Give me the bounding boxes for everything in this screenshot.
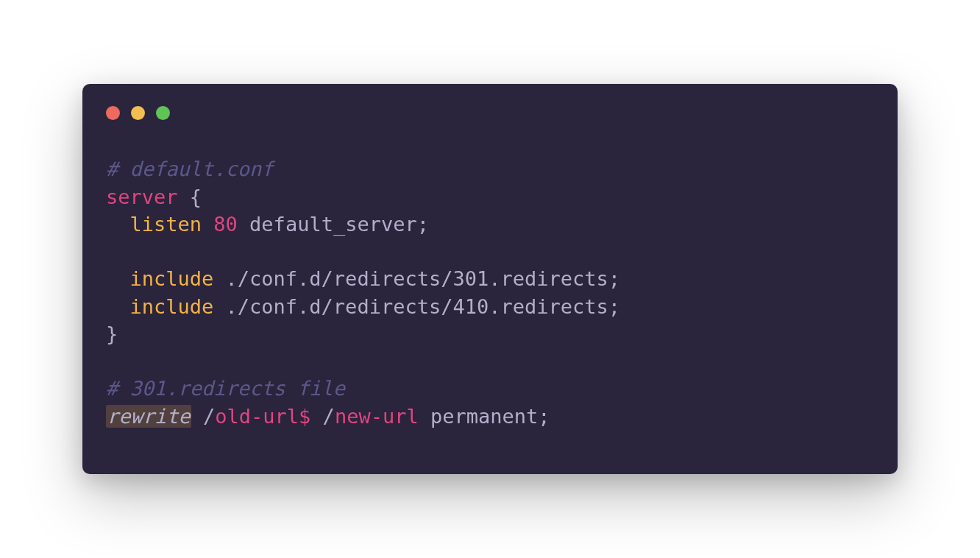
- code-block: # default.conf server { listen 80 defaul…: [106, 155, 874, 430]
- server-keyword: server: [106, 186, 178, 208]
- brace-close: }: [106, 322, 118, 345]
- rewrite-highlight: rewrite: [106, 405, 191, 428]
- minimize-icon[interactable]: [131, 106, 145, 120]
- slash: /: [310, 405, 335, 428]
- indent: [106, 267, 130, 290]
- indent: [106, 295, 130, 318]
- include-directive: include: [130, 267, 214, 290]
- space: [202, 213, 213, 236]
- comment-line: # 301.redirects file: [106, 377, 345, 400]
- default-server: default_server: [249, 213, 417, 236]
- brace-open: {: [178, 186, 202, 208]
- permanent-flag: permanent;: [419, 405, 550, 428]
- window-controls: [106, 106, 874, 120]
- new-url: new-url: [335, 405, 419, 428]
- include-directive: include: [130, 295, 214, 318]
- slash: /: [191, 405, 216, 428]
- space: [238, 213, 249, 236]
- include-path: ./conf.d/redirects/410.redirects;: [213, 295, 620, 318]
- rewrite-directive: rewrite: [107, 405, 191, 428]
- listen-directive: listen: [130, 213, 202, 236]
- port-number: 80: [213, 213, 238, 236]
- semicolon: ;: [417, 213, 429, 236]
- comment-line: # default.conf: [106, 158, 274, 180]
- old-url: old-url$: [215, 405, 310, 428]
- indent: [106, 213, 130, 236]
- include-path: ./conf.d/redirects/301.redirects;: [213, 267, 620, 290]
- close-icon[interactable]: [106, 106, 120, 120]
- code-window: # default.conf server { listen 80 defaul…: [82, 84, 898, 474]
- maximize-icon[interactable]: [156, 106, 170, 120]
